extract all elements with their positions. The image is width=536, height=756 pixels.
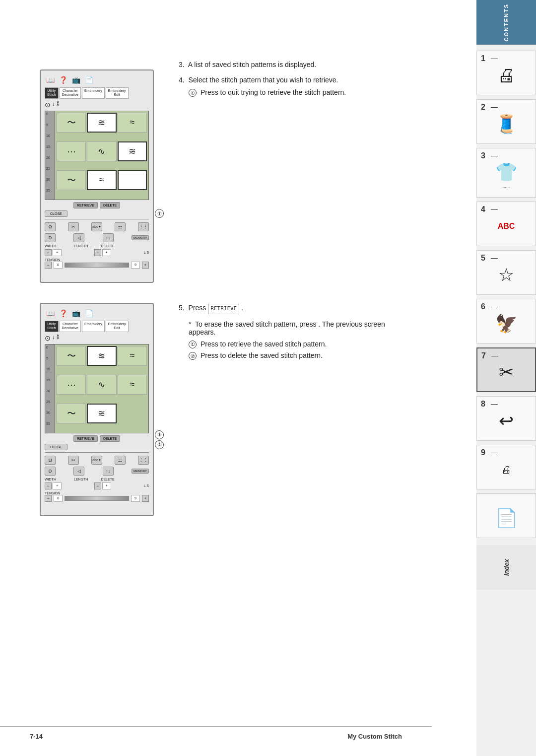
tab-embroidery-top[interactable]: Embroidery — [82, 87, 105, 99]
ctrl-foot[interactable]: ⚏ — [115, 222, 126, 231]
callout-1-btm: ① — [155, 430, 164, 439]
length-val-btm: + — [102, 482, 111, 489]
tab-character-btm[interactable]: CharacterDecorative — [60, 321, 81, 332]
stitch-btm-4[interactable]: ⋯ — [57, 375, 86, 395]
ctrl-needle-btm[interactable]: ↑↓ — [103, 467, 114, 476]
sidebar-item-chapter-7[interactable]: 7 — ✂ — [476, 347, 536, 392]
memory-btn-btm[interactable]: MEMORY — [132, 469, 149, 474]
index-tab[interactable]: Index — [476, 545, 536, 590]
sidebar-item-chapter-6[interactable]: 6 — 🦅 — [476, 299, 536, 344]
close-btn-top[interactable]: CLOSE — [45, 210, 67, 217]
ruler-25-top: 25 — [45, 167, 55, 178]
sidebar-item-chapter-8[interactable]: 8 — ↩ — [476, 396, 536, 441]
panel-icon-book: 📖 — [45, 74, 56, 85]
stitch-grid-top: 〜 ≋ ≈ ⋯ ∿ ≋ 〜 ≈ — [55, 111, 148, 200]
stitch-btm-7[interactable]: 〜 — [57, 404, 86, 423]
stitch-3[interactable]: ≈ — [118, 113, 147, 133]
stitch-9[interactable] — [118, 170, 147, 190]
ctrl-needle[interactable]: ↑↓ — [103, 233, 114, 242]
small-icons-top: ⊙ ↓ ⁑ — [45, 101, 149, 109]
sidebar-item-document[interactable]: 📄 — [476, 493, 536, 538]
chapter-6-icon: 🦅 — [495, 313, 518, 334]
stitch-4[interactable]: ⋯ — [57, 141, 86, 161]
length-minus-top[interactable]: − — [94, 249, 101, 256]
icon-row-top: Ω ✂ abc✦ ⚏ ⋮⋮ — [45, 222, 149, 231]
close-row-btm: CLOSE — [45, 444, 149, 450]
delete-btn-btm[interactable]: DELETE — [100, 435, 120, 442]
memory-btn-top[interactable]: MEMORY — [132, 235, 149, 240]
ctrl-zigzag[interactable]: ⋮⋮ — [138, 222, 149, 231]
retrieve-btn-btm[interactable]: RETRIEVE — [73, 435, 98, 442]
icon-circle-top: ⊙ — [45, 101, 51, 109]
stitch-6[interactable]: ≋ — [118, 141, 147, 161]
stitch-btm-3[interactable]: ≈ — [118, 346, 147, 366]
stitch-1[interactable]: 〜 — [57, 113, 86, 133]
ctrl-foot-btm[interactable]: ⚏ — [115, 456, 126, 465]
ctrl-scissors-btm[interactable]: ✂ — [68, 456, 79, 465]
contents-tab[interactable]: CONTENTS — [476, 0, 536, 45]
stitch-btm-8[interactable]: ≋ — [87, 404, 116, 423]
sidebar-item-chapter-4[interactable]: 4 — ABC — [476, 202, 536, 246]
stitch-btm-6[interactable]: ≈ — [118, 375, 147, 395]
ctrl-back-btm[interactable]: ◁ — [73, 467, 84, 476]
ctrl-back[interactable]: ◁ — [73, 233, 84, 242]
ruler-5-top: 5 — [45, 123, 55, 134]
callout-2-btm: ② — [155, 440, 164, 449]
length-minus-btm[interactable]: − — [94, 482, 101, 489]
ctrl-zigzag-btm[interactable]: ⋮⋮ — [138, 456, 149, 465]
sidebar-item-chapter-2[interactable]: 2 — 🧵 — [476, 99, 536, 144]
tab-utility-stitch-top[interactable]: UtilityStitch — [45, 87, 59, 99]
tab-utility-btm[interactable]: UtilityStitch — [45, 321, 59, 332]
sidebar-item-chapter-1[interactable]: 1 — 🖨 — [476, 51, 536, 95]
tension-row-btm: TENSION — [45, 491, 149, 495]
stitch-2[interactable]: ≋ — [87, 113, 116, 133]
ctrl-scissors[interactable]: ✂ — [68, 222, 79, 231]
width-minus-btm[interactable]: − — [45, 482, 52, 489]
tab-embroidery-btm[interactable]: Embroidery — [82, 321, 105, 332]
width-minus-top[interactable]: − — [45, 249, 52, 256]
tab-character-top[interactable]: CharacterDecorative — [60, 87, 81, 99]
section-top: 📖 ❓ 📺 📄 UtilityStitch CharacterDecorativ… — [40, 60, 412, 283]
icon-arrow-btm: ↓ — [52, 334, 55, 342]
ruler-5-btm: 5 — [45, 356, 55, 367]
stitch-7[interactable]: 〜 — [57, 170, 86, 190]
close-btn-btm[interactable]: CLOSE — [45, 444, 67, 450]
stitch-btm-2[interactable]: ≋ — [87, 346, 116, 366]
right-sidebar: CONTENTS 1 — 🖨 2 — 🧵 3 — 👕 ...... 4 — AB… — [476, 0, 536, 756]
width-stepper-btm: − + — [45, 482, 62, 489]
ctrl-d[interactable]: D — [45, 233, 56, 242]
delete-btn-top[interactable]: DELETE — [100, 202, 120, 208]
tab-edit-btm[interactable]: EmbroideryEdit — [106, 321, 129, 332]
ruler-35-btm: 35 — [45, 422, 55, 433]
stitch-8[interactable]: ≈ — [87, 170, 116, 190]
tension-val2-top: 9 — [131, 262, 140, 269]
chapter-1-num: 1 — [481, 54, 485, 63]
stitch-btm-1[interactable]: 〜 — [57, 346, 86, 366]
ctrl-abc-btm[interactable]: abc✦ — [91, 456, 102, 465]
ruler-30-top: 30 — [45, 178, 55, 189]
ctrl-omega[interactable]: Ω — [45, 222, 56, 231]
tension-minus-btm[interactable]: − — [45, 495, 52, 502]
retrieve-btn-top[interactable]: RETRIEVE — [73, 202, 98, 208]
step-5-note-text: To erase the saved stitch pattern, press — [195, 320, 316, 328]
tab-edit-top[interactable]: EmbroideryEdit — [106, 87, 129, 99]
tab-utility-label-btm: UtilityStitch — [47, 322, 56, 330]
tension-minus-top[interactable]: − — [45, 262, 52, 269]
stitch-btm-5[interactable]: ∿ — [87, 375, 116, 395]
chapter-7-dash: — — [491, 351, 498, 359]
ls-label-btm: L S — [144, 484, 149, 487]
tab-character-label-btm: CharacterDecorative — [62, 322, 78, 330]
tension-val2-btm: 9 — [131, 495, 140, 502]
tension-plus-top[interactable]: + — [142, 262, 149, 269]
ctrl-omega-btm[interactable]: Ω — [45, 456, 56, 465]
delete-ctrl-top: DELETE — [101, 244, 114, 248]
sidebar-item-chapter-3[interactable]: 3 — 👕 ...... — [476, 148, 536, 198]
sidebar-item-chapter-5[interactable]: 5 — ☆ — [476, 250, 536, 295]
tension-plus-btm[interactable]: + — [142, 495, 149, 502]
stitch-5[interactable]: ∿ — [87, 141, 116, 161]
tab-character-label-top: CharacterDecorative — [62, 89, 78, 96]
sidebar-item-chapter-9[interactable]: 9 — 🖨 — [476, 445, 536, 489]
ctrl-d-btm[interactable]: D — [45, 467, 56, 476]
ctrl-abc[interactable]: abc✦ — [91, 222, 102, 231]
stepper-row-btm: − + − + L S — [45, 482, 149, 489]
